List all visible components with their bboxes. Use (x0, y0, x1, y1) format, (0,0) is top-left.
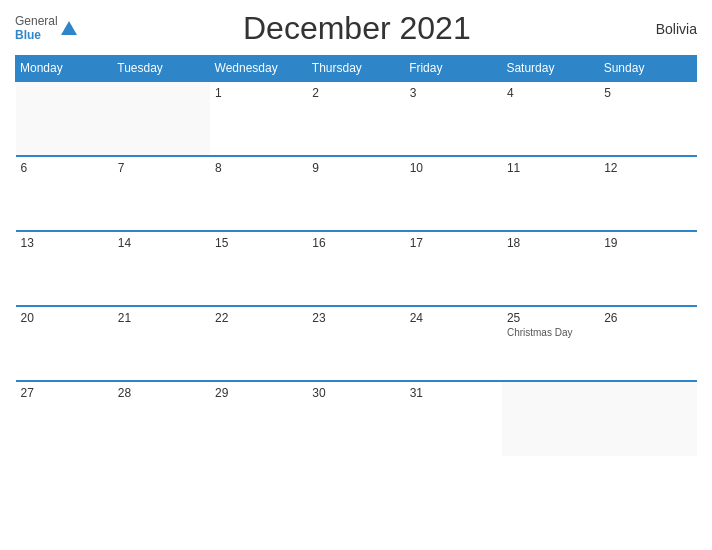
table-row: 11 (502, 156, 599, 231)
logo: General Blue (15, 15, 77, 41)
day-number: 8 (215, 161, 302, 175)
calendar-container: General Blue December 2021 Bolivia Monda… (0, 0, 712, 550)
country-label: Bolivia (637, 21, 697, 37)
table-row: 10 (405, 156, 502, 231)
table-row: 22 (210, 306, 307, 381)
table-row: 27 (16, 381, 113, 456)
logo-blue-text: Blue (15, 29, 58, 42)
calendar-header: General Blue December 2021 Bolivia (15, 10, 697, 47)
table-row: 7 (113, 156, 210, 231)
day-number: 22 (215, 311, 302, 325)
day-number: 24 (410, 311, 497, 325)
day-number: 26 (604, 311, 691, 325)
day-number: 4 (507, 86, 594, 100)
day-number: 12 (604, 161, 691, 175)
day-number: 10 (410, 161, 497, 175)
table-row: 20 (16, 306, 113, 381)
day-number: 7 (118, 161, 205, 175)
day-number: 19 (604, 236, 691, 250)
table-row: 26 (599, 306, 696, 381)
day-number: 18 (507, 236, 594, 250)
table-row: 1 (210, 81, 307, 156)
table-row: 23 (307, 306, 404, 381)
day-number: 15 (215, 236, 302, 250)
table-row: 17 (405, 231, 502, 306)
col-thursday: Thursday (307, 56, 404, 82)
table-row: 3 (405, 81, 502, 156)
day-number: 13 (21, 236, 108, 250)
table-row (113, 81, 210, 156)
logo-triangle-icon (61, 21, 77, 35)
table-row: 21 (113, 306, 210, 381)
table-row: 28 (113, 381, 210, 456)
day-number: 31 (410, 386, 497, 400)
calendar-title: December 2021 (77, 10, 637, 47)
calendar-table: Monday Tuesday Wednesday Thursday Friday… (15, 55, 697, 456)
col-monday: Monday (16, 56, 113, 82)
day-number: 28 (118, 386, 205, 400)
col-tuesday: Tuesday (113, 56, 210, 82)
day-number: 17 (410, 236, 497, 250)
table-row: 5 (599, 81, 696, 156)
day-number: 27 (21, 386, 108, 400)
table-row (16, 81, 113, 156)
day-number: 5 (604, 86, 691, 100)
table-row: 18 (502, 231, 599, 306)
calendar-body: 1234567891011121314151617181920212223242… (16, 81, 697, 456)
table-row: 30 (307, 381, 404, 456)
table-row: 29 (210, 381, 307, 456)
day-number: 20 (21, 311, 108, 325)
col-wednesday: Wednesday (210, 56, 307, 82)
table-row: 31 (405, 381, 502, 456)
col-friday: Friday (405, 56, 502, 82)
day-number: 16 (312, 236, 399, 250)
table-row: 6 (16, 156, 113, 231)
table-row: 25Christmas Day (502, 306, 599, 381)
day-number: 1 (215, 86, 302, 100)
table-row: 2 (307, 81, 404, 156)
table-row: 19 (599, 231, 696, 306)
table-row: 24 (405, 306, 502, 381)
table-row (599, 381, 696, 456)
calendar-header-row: Monday Tuesday Wednesday Thursday Friday… (16, 56, 697, 82)
day-number: 11 (507, 161, 594, 175)
table-row: 9 (307, 156, 404, 231)
table-row (502, 381, 599, 456)
day-number: 23 (312, 311, 399, 325)
table-row: 8 (210, 156, 307, 231)
day-number: 25 (507, 311, 594, 325)
col-sunday: Sunday (599, 56, 696, 82)
table-row: 13 (16, 231, 113, 306)
table-row: 12 (599, 156, 696, 231)
table-row: 15 (210, 231, 307, 306)
logo-text: General Blue (15, 15, 58, 41)
day-number: 30 (312, 386, 399, 400)
day-number: 14 (118, 236, 205, 250)
table-row: 4 (502, 81, 599, 156)
day-number: 6 (21, 161, 108, 175)
table-row: 14 (113, 231, 210, 306)
day-number: 2 (312, 86, 399, 100)
col-saturday: Saturday (502, 56, 599, 82)
day-number: 29 (215, 386, 302, 400)
holiday-label: Christmas Day (507, 327, 594, 338)
day-number: 3 (410, 86, 497, 100)
day-number: 9 (312, 161, 399, 175)
day-number: 21 (118, 311, 205, 325)
table-row: 16 (307, 231, 404, 306)
logo-general-text: General (15, 15, 58, 28)
